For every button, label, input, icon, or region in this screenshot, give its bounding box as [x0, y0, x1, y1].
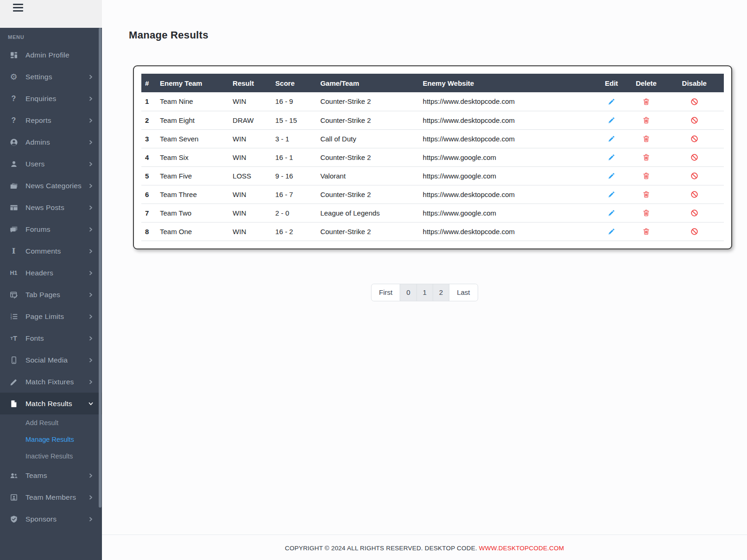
delete-trash-icon[interactable] [642, 209, 650, 217]
edit-pencil-icon[interactable] [608, 228, 615, 235]
sidebar-item-fonts[interactable]: TT Fonts [0, 327, 102, 349]
sidebar-item-forums[interactable]: Forums [0, 218, 102, 240]
sidebar-item-label: Comments [25, 247, 89, 255]
chat-icon [9, 225, 18, 234]
sidebar-subitem-add-result[interactable]: Add Result [0, 414, 102, 431]
pagination-page-0[interactable]: 0 [400, 284, 417, 301]
sidebar-subitem-manage-results[interactable]: Manage Results [0, 431, 102, 448]
sidebar-scrollbar[interactable] [99, 28, 101, 508]
sidebar-item-headers[interactable]: H1 Headers [0, 262, 102, 284]
sidebar-item-match-fixtures[interactable]: Match Fixtures [0, 371, 102, 393]
pagination-first[interactable]: First [371, 284, 400, 301]
pencil-icon [9, 377, 18, 386]
delete-trash-icon[interactable] [642, 153, 650, 161]
dashboard-icon [9, 51, 18, 59]
sidebar-item-tab-pages[interactable]: Tab Pages [0, 284, 102, 305]
sidebar-item-label: Fonts [25, 334, 89, 343]
chevron-right-icon [89, 314, 94, 319]
disable-ban-icon[interactable] [690, 209, 698, 217]
person-icon [9, 159, 18, 168]
edit-pencil-icon[interactable] [608, 98, 615, 106]
delete-trash-icon[interactable] [642, 172, 650, 180]
chevron-right-icon [89, 270, 94, 275]
sidebar-item-label: Match Results [25, 400, 89, 408]
sidebar-item-admins[interactable]: Admins [0, 131, 102, 153]
menu-section-label: MENU [0, 28, 102, 44]
disable-ban-icon[interactable] [690, 191, 698, 198]
question-icon: ? [9, 116, 18, 125]
sidebar-item-label: Headers [25, 269, 89, 277]
sidebar-item-match-results[interactable]: Match Results [0, 393, 102, 414]
sidebar-item-settings[interactable]: ⚙ Settings [0, 66, 102, 88]
edit-pencil-icon[interactable] [608, 172, 615, 180]
delete-trash-icon[interactable] [642, 116, 650, 124]
edit-pencil-icon[interactable] [608, 209, 615, 217]
sidebar-item-social-media[interactable]: Social Media [0, 349, 102, 371]
disable-ban-icon[interactable] [690, 98, 698, 106]
sidebar-subitem-label: Manage Results [25, 436, 74, 443]
sidebar-subitem-label: Inactive Results [25, 452, 73, 460]
delete-trash-icon[interactable] [642, 228, 650, 235]
sidebar-subitem-inactive-results[interactable]: Inactive Results [0, 448, 102, 465]
gear-icon: ⚙ [9, 72, 18, 81]
disable-ban-icon[interactable] [690, 153, 698, 161]
sidebar-item-comments[interactable]: I Comments [0, 240, 102, 262]
footer-link[interactable]: WWW.DESKTOPCODE.COM [479, 545, 564, 552]
table-row: 8 Team One WIN 16 - 2 Counter-Strike 2 h… [141, 222, 724, 241]
sidebar-item-label: News Categories [25, 182, 89, 190]
col-header-edit: Edit [595, 74, 627, 92]
topbar [0, 0, 102, 28]
disable-ban-icon[interactable] [690, 135, 698, 143]
sidebar-item-news-categories[interactable]: News Categories [0, 175, 102, 197]
ordered-list-icon: 123 [9, 312, 18, 321]
sidebar-item-page-limits[interactable]: 123 Page Limits [0, 305, 102, 327]
col-header-result: Result [233, 74, 275, 92]
pagination-last[interactable]: Last [449, 284, 478, 301]
sidebar-item-teams[interactable]: Teams [0, 465, 102, 486]
sidebar-item-news-posts[interactable]: News Posts [0, 197, 102, 218]
sidebar-item-admin-profile[interactable]: Admin Profile [0, 44, 102, 66]
disable-ban-icon[interactable] [690, 172, 698, 180]
pagination-page-1[interactable]: 1 [416, 284, 433, 301]
sidebar-item-users[interactable]: Users [0, 153, 102, 175]
format-size-icon: TT [9, 334, 18, 343]
sidebar-item-label: Forums [25, 225, 89, 234]
chevron-right-icon [89, 183, 94, 188]
newspaper-icon [9, 203, 18, 212]
chevron-right-icon [89, 379, 94, 384]
chevron-right-icon [89, 292, 94, 297]
edit-pencil-icon[interactable] [608, 135, 615, 143]
group-icon [9, 471, 18, 480]
sidebar-item-sponsors[interactable]: Sponsors [0, 508, 102, 530]
delete-trash-icon[interactable] [642, 98, 650, 106]
edit-pencil-icon[interactable] [608, 116, 615, 124]
sidebar-item-enquiries[interactable]: ? Enquiries [0, 88, 102, 109]
hamburger-icon[interactable] [13, 4, 23, 12]
smartphone-icon [9, 356, 18, 364]
disable-ban-icon[interactable] [690, 116, 698, 124]
badge-icon [9, 493, 18, 502]
sidebar-item-reports[interactable]: ? Reports [0, 109, 102, 131]
pagination-page-2[interactable]: 2 [433, 284, 449, 301]
copyright-text: COPYRIGHT © 2024 ALL RIGHTS RESERVED. DE… [285, 545, 477, 552]
chevron-right-icon [89, 336, 94, 341]
svg-text:3: 3 [10, 317, 12, 320]
edit-pencil-icon[interactable] [608, 153, 615, 161]
results-card: # Enemy Team Result Score Game/Team Enem… [133, 65, 732, 249]
sidebar-item-label: Enquiries [25, 95, 89, 103]
disable-ban-icon[interactable] [690, 228, 698, 235]
page-title: Manage Results [129, 29, 209, 41]
sidebar-item-label: Team Members [25, 493, 89, 502]
delete-trash-icon[interactable] [642, 191, 650, 198]
sidebar: MENU Admin Profile ⚙ Settings ? Enquirie… [0, 28, 102, 560]
delete-trash-icon[interactable] [642, 135, 650, 143]
sidebar-item-label: Reports [25, 116, 89, 125]
edit-pencil-icon[interactable] [608, 191, 615, 198]
col-header-disable: Disable [665, 74, 724, 92]
table-row: 5 Team Five LOSS 9 - 16 Valorant https:/… [141, 166, 724, 185]
table-header-row: # Enemy Team Result Score Game/Team Enem… [141, 74, 724, 92]
text-cursor-icon: I [9, 247, 18, 255]
sidebar-item-label: Match Fixtures [25, 378, 89, 386]
sidebar-item-team-members[interactable]: Team Members [0, 486, 102, 508]
sidebar-item-label: Page Limits [25, 312, 89, 321]
